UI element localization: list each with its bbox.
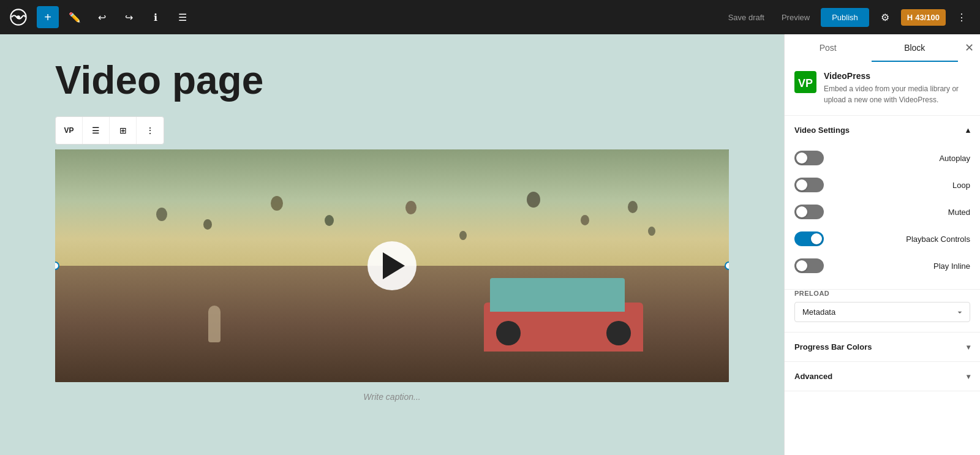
video-thumbnail (55, 149, 729, 382)
muted-label: Muted (948, 208, 970, 217)
play-inline-label: Play Inline (933, 261, 970, 271)
save-draft-button[interactable]: Save draft (722, 9, 771, 26)
progress-bar-colors-section: Progress Bar Colors (785, 333, 980, 362)
video-settings-section: Video Settings ▴ Autoplay (785, 116, 980, 290)
progress-bar-colors-toggle[interactable]: Progress Bar Colors (785, 333, 980, 361)
main-layout: Video page VP ☰ ⊞ ⋮ (0, 34, 980, 455)
list-view-button[interactable]: ☰ (172, 6, 194, 28)
block-desc: Embed a video from your media library or… (824, 83, 970, 105)
progress-bar-colors-label: Progress Bar Colors (794, 342, 872, 352)
settings-button[interactable]: ⚙ (874, 6, 896, 28)
align-icon: ☰ (92, 126, 100, 135)
add-block-button[interactable]: + (37, 6, 59, 28)
video-caption[interactable]: Write caption... (55, 382, 729, 412)
advanced-toggle[interactable]: Advanced (785, 362, 980, 391)
undo-button[interactable]: ↩ (91, 6, 113, 28)
close-sidebar-button[interactable]: ✕ (958, 37, 980, 59)
editor-content: Video page VP ☰ ⊞ ⋮ (55, 59, 729, 412)
video-settings-toggle[interactable]: Video Settings ▴ (785, 116, 980, 145)
wp-logo (7, 6, 29, 28)
score-value: 43/100 (915, 13, 940, 22)
advanced-chevron (967, 372, 970, 381)
person-shape (208, 306, 221, 342)
sidebar-tabs-row: Post Block ✕ (785, 34, 980, 61)
score-badge: H 43/100 (901, 9, 946, 26)
play-inline-row: Play Inline (794, 252, 970, 279)
loop-toggle[interactable] (794, 178, 824, 192)
block-toolbar: VP ☰ ⊞ ⋮ (55, 116, 164, 145)
videopress-block-type-button[interactable]: VP (56, 117, 83, 144)
playback-controls-toggle[interactable] (794, 231, 824, 246)
preload-label: PRELOAD (794, 290, 970, 297)
autoplay-row: Autoplay (794, 145, 970, 171)
redo-button[interactable]: ↪ (118, 6, 140, 28)
preload-section: PRELOAD None Metadata Auto (785, 290, 980, 333)
videopress-icon: VP (794, 71, 816, 93)
svg-point-1 (17, 15, 20, 19)
van-shape (484, 278, 643, 352)
tab-post[interactable]: Post (785, 34, 872, 61)
autoplay-label: Autoplay (939, 154, 970, 163)
media-button[interactable]: ⊞ (110, 117, 137, 144)
align-button[interactable]: ☰ (83, 117, 110, 144)
advanced-label: Advanced (794, 372, 832, 381)
edit-mode-button[interactable]: ✏️ (64, 6, 86, 28)
svg-text:VP: VP (798, 77, 813, 89)
vp-icon: VP (64, 126, 74, 135)
info-button[interactable]: ℹ (145, 6, 167, 28)
advanced-section: Advanced (785, 362, 980, 391)
image-icon: ⊞ (119, 126, 127, 135)
preview-button[interactable]: Preview (775, 9, 816, 26)
video-settings-content: Autoplay Loop Muted (785, 145, 980, 289)
loop-label: Loop (952, 181, 970, 190)
autoplay-toggle[interactable] (794, 151, 824, 165)
playback-controls-label: Playback Controls (906, 235, 970, 244)
more-icon: ⋮ (146, 126, 154, 135)
muted-row: Muted (794, 198, 970, 225)
preload-select[interactable]: None Metadata Auto (794, 302, 970, 322)
collapse-icon: ▴ (966, 126, 970, 135)
tab-block[interactable]: Block (872, 34, 959, 61)
publish-button[interactable]: Publish (821, 8, 869, 27)
main-toolbar: + ✏️ ↩ ↪ ℹ ☰ Save draft Preview Publish … (0, 0, 980, 34)
progress-bar-colors-chevron (967, 343, 970, 352)
playback-controls-row: Playback Controls (794, 225, 970, 252)
video-block (55, 149, 729, 382)
more-options-button[interactable]: ⋮ (951, 6, 973, 28)
h-icon: H (907, 13, 913, 22)
loop-row: Loop (794, 171, 970, 198)
more-block-options-button[interactable]: ⋮ (137, 117, 164, 144)
block-name: VideoPress (824, 71, 970, 81)
page-title: Video page (55, 59, 729, 102)
resize-handle-right[interactable] (725, 261, 729, 270)
play-inline-toggle[interactable] (794, 258, 824, 273)
muted-toggle[interactable] (794, 205, 824, 219)
video-settings-label: Video Settings (794, 126, 850, 135)
sidebar: Post Block ✕ VP VideoPress Embed a video… (784, 34, 980, 455)
block-info: VP VideoPress Embed a video from your me… (785, 61, 980, 116)
play-button[interactable] (368, 241, 417, 290)
editor-area: Video page VP ☰ ⊞ ⋮ (0, 34, 784, 455)
